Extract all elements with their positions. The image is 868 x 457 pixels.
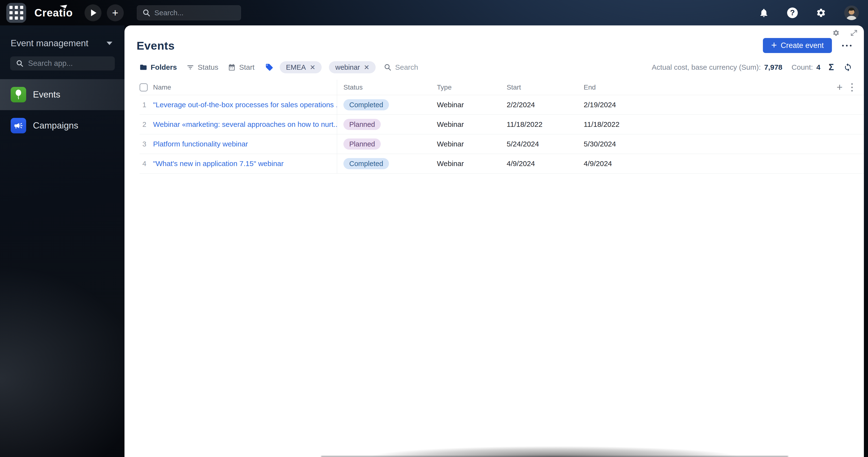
workspace-label: Event management [11, 38, 88, 48]
event-end-date: 5/30/2024 [579, 134, 864, 154]
aggregate-sigma-icon[interactable]: Σ [829, 62, 834, 72]
count-label: Count: [792, 63, 813, 71]
page-title: Events [136, 39, 175, 52]
dock-shadow [318, 443, 790, 457]
event-name-link[interactable]: "What's new in application 7.15" webinar [153, 160, 284, 168]
create-event-button[interactable]: + Create event [763, 38, 832, 53]
search-icon [143, 9, 151, 17]
event-name-link[interactable]: "Leverage out-of-the-box processes for s… [153, 101, 337, 109]
megaphone-icon [11, 118, 26, 133]
events-table: Name Status Type Start End + 1 "Leverage… [124, 79, 864, 173]
event-name-link[interactable]: Webinar «marketing: several approaches o… [153, 120, 337, 129]
event-start-date: 2/2/2024 [502, 95, 579, 115]
app-search-input[interactable] [28, 59, 109, 68]
event-end-date: 2/19/2024 [579, 95, 864, 115]
event-type: Webinar [429, 154, 502, 173]
column-menu-icon[interactable] [850, 82, 854, 93]
header-actions: + Create event [763, 38, 855, 53]
notifications-bell-icon[interactable] [758, 7, 769, 18]
status-badge: Completed [343, 99, 389, 110]
help-icon[interactable]: ? [787, 7, 798, 18]
calendar-icon [228, 63, 236, 71]
balloon-icon [11, 87, 26, 102]
start-filter[interactable]: Start [228, 63, 254, 71]
dock-edge [321, 456, 788, 457]
table-row[interactable]: 1 "Leverage out-of-the-box processes for… [140, 95, 864, 115]
page-settings-gear-icon[interactable] [832, 29, 840, 37]
table-row[interactable]: 2 Webinar «marketing: several approaches… [140, 115, 864, 134]
event-start-date: 4/9/2024 [502, 154, 579, 173]
row-index: 3 [140, 140, 149, 148]
column-header-type[interactable]: Type [429, 79, 502, 95]
sum-value: 7,978 [764, 63, 782, 71]
tag-icon[interactable] [265, 63, 273, 71]
event-name-link[interactable]: Platform functionality webinar [153, 140, 248, 148]
column-header-start[interactable]: Start [502, 79, 579, 95]
page-corner-icons [832, 29, 858, 37]
sidebar-item-campaigns[interactable]: Campaigns [0, 110, 124, 141]
table-header: Name Status Type Start End + [140, 79, 864, 95]
tag-chip-label: EMEA [286, 63, 306, 71]
play-icon [91, 9, 96, 16]
refresh-icon[interactable] [843, 63, 852, 72]
global-search-input[interactable] [155, 9, 236, 17]
settings-gear-icon[interactable] [816, 7, 826, 18]
app-grid-icon[interactable] [6, 3, 26, 23]
user-avatar[interactable] [844, 6, 859, 20]
creatio-logo: Creatio [34, 7, 73, 19]
tag-chip-label: webinar [335, 63, 360, 71]
creatio-logo-text: Creatio [34, 7, 73, 19]
table-row[interactable]: 3 Platform functionality webinar Planned… [140, 134, 864, 154]
sum-label: Actual cost, base currency (Sum): [652, 63, 761, 71]
search-icon [16, 60, 24, 67]
event-type: Webinar [429, 134, 502, 154]
event-type: Webinar [429, 115, 502, 134]
sidebar: Event management Events Camp [0, 25, 124, 457]
quick-add-button[interactable]: + [107, 4, 124, 21]
tag-chip-emea[interactable]: EMEA ✕ [280, 61, 322, 73]
count-value: 4 [816, 63, 820, 71]
summary-bar: Actual cost, base currency (Sum): 7,978 … [652, 62, 852, 72]
app-search[interactable] [10, 56, 115, 70]
create-event-label: Create event [781, 41, 824, 50]
status-badge: Planned [343, 138, 381, 150]
sidebar-item-label: Campaigns [33, 121, 78, 131]
chevron-down-icon [106, 42, 113, 45]
search-icon [384, 63, 392, 71]
column-header-status[interactable]: Status [337, 79, 429, 95]
marketplace-apps-icon[interactable] [730, 7, 741, 18]
sidebar-nav: Events Campaigns [0, 79, 124, 141]
column-header-end[interactable]: End [579, 79, 864, 95]
top-actions: ? [730, 6, 862, 20]
sidebar-item-events[interactable]: Events [0, 79, 124, 110]
run-process-button[interactable] [85, 4, 101, 21]
sidebar-item-label: Events [33, 90, 60, 100]
workspace-selector[interactable]: Event management [0, 36, 124, 51]
top-bar: Creatio + ? [0, 0, 868, 25]
event-type: Webinar [429, 95, 502, 115]
row-index: 1 [140, 101, 149, 109]
start-filter-label: Start [239, 63, 254, 71]
list-search[interactable]: Search [384, 63, 418, 71]
select-all-checkbox[interactable] [140, 83, 148, 92]
events-page: Events + Create event Folders Status [124, 25, 864, 457]
event-end-date: 4/9/2024 [579, 154, 864, 173]
more-actions-icon[interactable] [838, 39, 855, 52]
filter-bar: Folders Status Start EMEA ✕ webinar ✕ [124, 53, 864, 79]
creatio-app-screen: Creatio + ? [0, 0, 868, 457]
table-row[interactable]: 4 "What's new in application 7.15" webin… [140, 154, 864, 173]
close-icon[interactable]: ✕ [364, 63, 369, 71]
status-filter[interactable]: Status [186, 63, 218, 71]
column-header-name[interactable]: Name [153, 79, 337, 95]
folders-filter-label: Folders [151, 63, 177, 71]
row-index: 2 [140, 121, 149, 129]
folders-filter[interactable]: Folders [140, 63, 177, 71]
plus-icon: + [112, 7, 118, 19]
expand-icon[interactable] [850, 29, 858, 37]
row-index: 4 [140, 160, 149, 168]
status-badge: Completed [343, 158, 389, 169]
global-search[interactable] [137, 5, 241, 20]
folder-icon [140, 63, 147, 71]
close-icon[interactable]: ✕ [310, 63, 315, 71]
tag-chip-webinar[interactable]: webinar ✕ [329, 61, 376, 73]
